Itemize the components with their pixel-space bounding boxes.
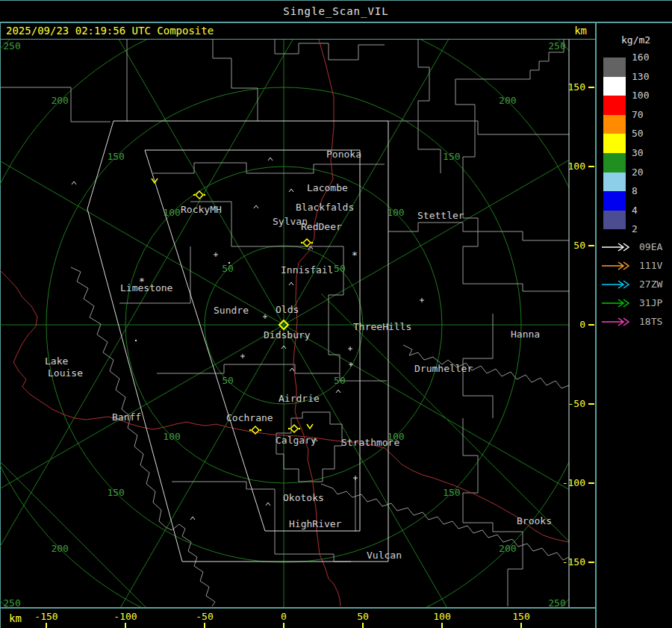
county-boundary — [463, 284, 569, 291]
bottom-axis-label: 50 — [357, 611, 369, 622]
town-caret-marker — [336, 390, 340, 393]
town-caret-marker — [254, 205, 258, 208]
city-label: Stettler — [417, 210, 464, 221]
legend-level-label: 2 — [632, 223, 638, 235]
town-caret-marker — [72, 181, 76, 184]
right-axis-label: -150 — [562, 556, 585, 568]
city-label: Vulcan — [367, 550, 402, 561]
storm-cell-dot — [301, 242, 302, 243]
track-id-label: 09EA — [639, 241, 662, 252]
legend-level-label: 4 — [632, 205, 638, 217]
dot-marker — [135, 340, 137, 341]
legend-level-label: 30 — [632, 147, 644, 159]
ring-label: 150 — [443, 487, 460, 498]
legend-unit-label: kg/m2 — [621, 34, 650, 46]
city-label: Olds — [276, 304, 299, 315]
azimuth-spoke — [0, 325, 284, 628]
legend-level-label: 8 — [632, 185, 638, 197]
track-arrow-icon — [600, 279, 633, 290]
star-marker: * — [352, 249, 358, 261]
range-ring — [0, 0, 672, 628]
city-label: Blackfalds — [296, 202, 354, 213]
bottom-axis-label: 150 — [512, 611, 529, 622]
ring-label: 250 — [548, 40, 565, 52]
ring-label: 100 — [163, 431, 180, 442]
city-label: RockyMH — [181, 204, 222, 215]
ring-label: 200 — [499, 95, 516, 106]
right-axis-label: 100 — [568, 161, 585, 172]
map-layers: 5050505010010010010015015015015020020020… — [0, 0, 672, 628]
storm-cell-dot — [299, 428, 300, 429]
county-boundary — [213, 40, 258, 121]
city-label: Brooks — [517, 515, 552, 526]
legend-level-label: 160 — [632, 52, 649, 63]
bottom-axis-label: 100 — [433, 611, 450, 622]
track-legend-row: 111V — [600, 258, 662, 270]
county-boundary — [388, 121, 569, 134]
city-label: Ponoka — [326, 149, 361, 160]
radar-map: 5050505010010010010015015015015020020020… — [0, 0, 672, 628]
storm-cell-dot — [311, 242, 313, 243]
legend-level-label: 130 — [632, 71, 649, 83]
ring-label: 50 — [334, 375, 346, 386]
track-arrow-icon — [600, 316, 633, 328]
track-id-label: 18TS — [639, 316, 662, 327]
bottom-axis-label: -150 — [34, 611, 57, 622]
storm-vector-arrow — [307, 424, 313, 429]
ring-label: 250 — [548, 597, 565, 609]
legend-swatch — [603, 77, 626, 96]
right-axis-label: -50 — [568, 398, 585, 409]
ring-label: 150 — [443, 151, 460, 162]
legend-swatch — [603, 115, 626, 134]
county-boundary — [119, 246, 190, 303]
county-boundary — [71, 267, 215, 606]
ring-label: 250 — [3, 40, 20, 52]
track-id-label: 111V — [639, 260, 662, 271]
county-boundary — [276, 412, 342, 482]
legend-swatch — [603, 134, 626, 153]
ring-label: 100 — [387, 207, 404, 218]
ring-label: 200 — [499, 543, 516, 554]
city-label: Banff — [112, 411, 141, 423]
ring-label: 150 — [107, 487, 124, 498]
star-marker: * — [139, 276, 145, 287]
storm-cell-diamond — [303, 239, 311, 246]
town-caret-marker — [266, 503, 270, 506]
legend-level-label: 20 — [632, 167, 644, 178]
city-label: Limestone — [120, 282, 173, 293]
city-label: Calgary — [276, 435, 317, 446]
city-label: Didsbury — [264, 329, 311, 341]
graticule-line — [0, 461, 147, 609]
city-label: HighRiver — [289, 518, 342, 529]
track-arrow-icon — [600, 241, 633, 253]
city-label: Innisfail — [281, 264, 333, 276]
legend-panel: kg/m2 1601301007050302084209EA111V27ZW31… — [596, 22, 672, 628]
legend-level-label: 70 — [632, 109, 644, 121]
city-label: Okotoks — [283, 492, 324, 503]
legend-swatch — [603, 211, 626, 230]
storm-cell-dot — [204, 194, 205, 196]
ring-label: 50 — [222, 375, 234, 386]
storm-cell-dot — [260, 429, 261, 431]
right-axis-label: 50 — [573, 240, 585, 251]
storm-cell-dot — [249, 429, 251, 431]
right-axis-label: 150 — [568, 81, 585, 93]
track-arrow-icon — [600, 260, 633, 272]
bottom-axis-label: -50 — [196, 611, 213, 622]
city-label: Airdrie — [279, 393, 320, 404]
city-label: Strathmore — [341, 437, 399, 448]
legend-swatch — [603, 153, 626, 172]
county-boundary — [388, 223, 569, 240]
bottom-axis-label: -100 — [113, 611, 137, 622]
legend-level-label: 100 — [632, 90, 649, 102]
town-caret-marker — [289, 189, 293, 192]
track-legend-row: 09EA — [600, 239, 662, 251]
track-id-label: 27ZW — [639, 279, 662, 290]
ring-label: 50 — [334, 263, 346, 274]
storm-cell-dot — [193, 194, 195, 196]
town-caret-marker — [268, 158, 273, 161]
track-legend-row: 31JP — [600, 295, 662, 307]
track-legend-row: 27ZW — [600, 276, 662, 288]
city-label: Sundre — [214, 305, 249, 316]
track-id-label: 31JP — [639, 297, 662, 308]
